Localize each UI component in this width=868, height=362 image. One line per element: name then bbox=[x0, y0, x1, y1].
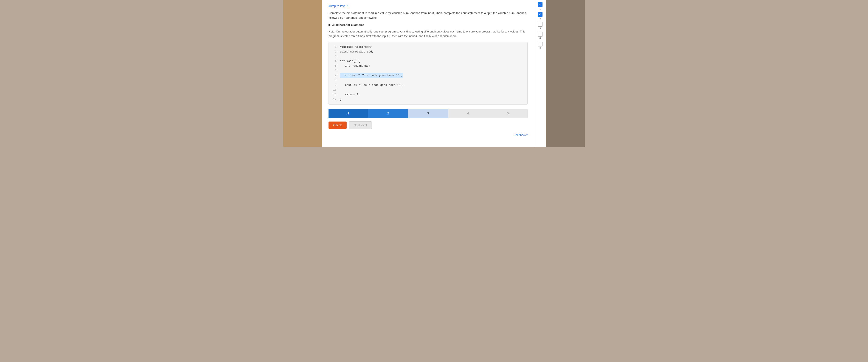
right-background bbox=[546, 0, 585, 147]
code-line: 1#include <iostream> bbox=[332, 45, 524, 50]
examples-toggle[interactable]: ▶ Click here for examples bbox=[329, 23, 528, 27]
code-line: 5 int numBananas; bbox=[332, 64, 524, 68]
test-segment-4[interactable]: 4 bbox=[448, 109, 488, 118]
test-segment-5[interactable]: 5 bbox=[488, 109, 528, 118]
unchecked-checkbox bbox=[538, 32, 542, 37]
code-line: 2using namespace std; bbox=[332, 50, 524, 54]
checked-checkbox: ✓ bbox=[538, 2, 542, 7]
jump-to-level-link[interactable]: Jump to level 1 bbox=[329, 4, 528, 8]
test-segment-1[interactable]: 1 bbox=[329, 109, 368, 118]
code-line: 10 bbox=[332, 88, 524, 92]
code-line: 4int main() { bbox=[332, 59, 524, 64]
sidebar-level-item[interactable]: ✓2 bbox=[538, 12, 542, 20]
code-line: 7 cin >> /* Your code goes here */ ; bbox=[332, 73, 524, 78]
next-level-button: Next level bbox=[349, 121, 372, 129]
unchecked-checkbox bbox=[538, 42, 542, 46]
sidebar-level-item[interactable]: 4 bbox=[538, 32, 542, 40]
unchecked-checkbox bbox=[538, 22, 542, 27]
main-content: Jump to level 1 Complete the cin stateme… bbox=[322, 0, 534, 147]
code-line: 9 cout << /* Your code goes here */ ; bbox=[332, 83, 524, 88]
code-line: 3 bbox=[332, 54, 524, 59]
code-line: 8 bbox=[332, 78, 524, 83]
test-segment-bar: 1 2 3 4 5 bbox=[329, 109, 528, 118]
test-segment-3[interactable]: 3 bbox=[408, 109, 448, 118]
checked-checkbox: ✓ bbox=[538, 12, 542, 17]
left-background bbox=[283, 0, 322, 147]
right-sidebar: ✓1✓2345 bbox=[534, 0, 546, 147]
code-line: 6 bbox=[332, 68, 524, 73]
action-buttons: Check Next level bbox=[329, 121, 528, 129]
problem-description: Complete the cin statement to read in a … bbox=[329, 11, 528, 20]
feedback-link[interactable]: Feedback? bbox=[329, 133, 528, 137]
sidebar-level-item[interactable]: 3 bbox=[538, 22, 542, 30]
autograder-note: Note: Our autograder automatically runs … bbox=[329, 30, 528, 38]
sidebar-level-item[interactable]: 5 bbox=[538, 42, 542, 50]
sidebar-level-item[interactable]: ✓1 bbox=[538, 2, 542, 10]
code-line: 12} bbox=[332, 97, 524, 102]
test-segment-2[interactable]: 2 bbox=[368, 109, 408, 118]
check-button[interactable]: Check bbox=[329, 122, 347, 129]
code-line: 11 return 0; bbox=[332, 92, 524, 97]
code-editor: 1#include <iostream>2using namespace std… bbox=[329, 42, 528, 104]
